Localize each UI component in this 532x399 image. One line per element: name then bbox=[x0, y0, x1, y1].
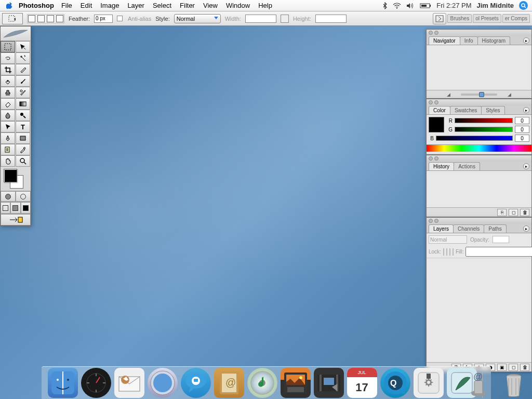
zoom-slider[interactable] bbox=[461, 94, 497, 96]
tool-blur[interactable] bbox=[1, 110, 15, 121]
volume-icon[interactable] bbox=[406, 3, 415, 9]
panel-titlebar[interactable] bbox=[427, 99, 531, 105]
panel-menu-icon[interactable]: ▸ bbox=[523, 37, 529, 44]
apple-menu-icon[interactable] bbox=[6, 2, 14, 9]
tab-actions[interactable]: Actions bbox=[454, 162, 480, 170]
wifi-icon[interactable] bbox=[393, 3, 401, 9]
dock-itunes[interactable] bbox=[247, 368, 277, 398]
panel-menu-icon[interactable]: ▸ bbox=[523, 107, 529, 113]
color-spectrum[interactable] bbox=[427, 144, 531, 152]
panel-titlebar[interactable] bbox=[427, 218, 531, 224]
menu-window[interactable]: Window bbox=[226, 2, 250, 9]
well-tab-brushes[interactable]: Brushes bbox=[447, 14, 472, 23]
tool-brush[interactable] bbox=[16, 75, 30, 87]
tab-styles[interactable]: Styles bbox=[481, 106, 504, 114]
clock[interactable]: Fri 2:27 PM bbox=[436, 2, 471, 9]
channel-r-slider[interactable] bbox=[455, 118, 513, 123]
height-input[interactable] bbox=[315, 15, 347, 23]
dock-mail[interactable] bbox=[114, 368, 144, 398]
lock-image-icon[interactable] bbox=[446, 248, 447, 256]
trash-icon[interactable]: 🗑 bbox=[520, 209, 529, 216]
channel-r-input[interactable] bbox=[515, 117, 529, 124]
swap-dimensions[interactable] bbox=[281, 15, 289, 23]
tool-lasso[interactable] bbox=[1, 52, 15, 64]
battery-icon[interactable] bbox=[420, 3, 431, 9]
fill-input[interactable] bbox=[466, 247, 532, 257]
jump-to-imageready[interactable] bbox=[1, 214, 31, 225]
tab-info[interactable]: Info bbox=[460, 36, 478, 45]
bluetooth-icon[interactable] bbox=[382, 2, 388, 9]
panel-titlebar[interactable] bbox=[427, 30, 531, 36]
dock-trash[interactable] bbox=[501, 372, 527, 398]
width-input[interactable] bbox=[245, 15, 276, 23]
selection-subtract[interactable] bbox=[47, 15, 54, 22]
dock-safari[interactable] bbox=[148, 368, 178, 398]
tool-path-select[interactable] bbox=[1, 121, 15, 132]
new-doc-from-state-icon[interactable]: ⎘ bbox=[497, 209, 507, 216]
app-menu[interactable]: Photoshop bbox=[19, 2, 54, 9]
tool-eyedropper[interactable] bbox=[16, 144, 30, 155]
tool-zoom[interactable] bbox=[16, 155, 30, 167]
user-menu[interactable]: Jim Midnite bbox=[476, 2, 514, 9]
tool-move[interactable] bbox=[16, 41, 30, 52]
tool-dodge[interactable] bbox=[16, 110, 30, 121]
new-snapshot-icon[interactable]: ◻ bbox=[509, 209, 518, 216]
mode-quickmask[interactable] bbox=[16, 191, 31, 202]
style-select[interactable]: Normal bbox=[174, 14, 221, 23]
panel-menu-icon[interactable]: ▸ bbox=[523, 225, 529, 232]
mode-standard[interactable] bbox=[1, 191, 16, 202]
menu-filter[interactable]: Filter bbox=[180, 2, 195, 9]
lock-all-icon[interactable] bbox=[453, 248, 454, 256]
toolbox-header[interactable] bbox=[1, 26, 31, 41]
dock-address-book[interactable]: @ bbox=[214, 368, 244, 398]
tool-shape[interactable] bbox=[16, 132, 30, 144]
tab-paths[interactable]: Paths bbox=[484, 224, 507, 233]
lock-transparency-icon[interactable] bbox=[443, 248, 444, 256]
tool-marquee[interactable] bbox=[1, 41, 15, 52]
menu-layer[interactable]: Layer bbox=[127, 2, 144, 9]
tool-eraser[interactable] bbox=[1, 98, 15, 110]
dock-ichat[interactable] bbox=[181, 368, 211, 398]
antialias-checkbox[interactable] bbox=[117, 16, 123, 21]
dock-imovie[interactable] bbox=[314, 368, 344, 398]
tool-gradient[interactable] bbox=[16, 98, 30, 110]
menu-edit[interactable]: Edit bbox=[81, 2, 92, 9]
spotlight-icon[interactable] bbox=[519, 1, 528, 10]
feather-input[interactable] bbox=[94, 15, 113, 23]
foreground-color-swatch[interactable] bbox=[4, 169, 17, 182]
channel-b-input[interactable] bbox=[515, 135, 529, 142]
tab-color[interactable]: Color bbox=[429, 106, 450, 114]
menu-image[interactable]: Image bbox=[100, 2, 119, 9]
history-list[interactable] bbox=[427, 171, 531, 207]
selection-intersect[interactable] bbox=[56, 15, 63, 22]
tab-layers[interactable]: Layers bbox=[429, 224, 454, 233]
tool-wand[interactable] bbox=[16, 52, 30, 64]
selection-new[interactable] bbox=[28, 15, 35, 22]
channel-g-input[interactable] bbox=[515, 126, 529, 133]
screen-full[interactable] bbox=[21, 202, 31, 214]
dock-site[interactable]: @ bbox=[466, 372, 491, 398]
tool-history-brush[interactable] bbox=[16, 87, 30, 98]
tab-swatches[interactable]: Swatches bbox=[450, 106, 482, 114]
color-panel-swatch[interactable] bbox=[429, 117, 444, 132]
channel-b-slider[interactable] bbox=[436, 136, 513, 141]
dock-dashboard[interactable] bbox=[81, 368, 111, 398]
tab-channels[interactable]: Channels bbox=[453, 224, 484, 233]
dock-ical[interactable]: JUL 17 bbox=[347, 368, 377, 398]
dock-quicktime[interactable]: Q bbox=[380, 368, 410, 398]
tool-preset-picker[interactable] bbox=[2, 13, 23, 24]
menu-help[interactable]: Help bbox=[258, 2, 272, 9]
tool-pen[interactable] bbox=[1, 132, 15, 144]
well-tab-presets[interactable]: ol Presets bbox=[473, 14, 501, 23]
screen-full-menubar[interactable] bbox=[10, 202, 20, 214]
palette-well-toggle[interactable] bbox=[433, 13, 446, 24]
tool-slice[interactable] bbox=[16, 64, 30, 75]
menu-file[interactable]: File bbox=[61, 2, 72, 9]
zoom-in-icon[interactable]: ◢ bbox=[508, 92, 511, 97]
well-tab-comps[interactable]: er Comps bbox=[502, 14, 530, 23]
menu-select[interactable]: Select bbox=[153, 2, 171, 9]
tool-hand[interactable] bbox=[1, 155, 15, 167]
tab-history[interactable]: History bbox=[429, 162, 454, 170]
tool-crop[interactable] bbox=[1, 64, 15, 75]
selection-add[interactable] bbox=[37, 15, 45, 22]
